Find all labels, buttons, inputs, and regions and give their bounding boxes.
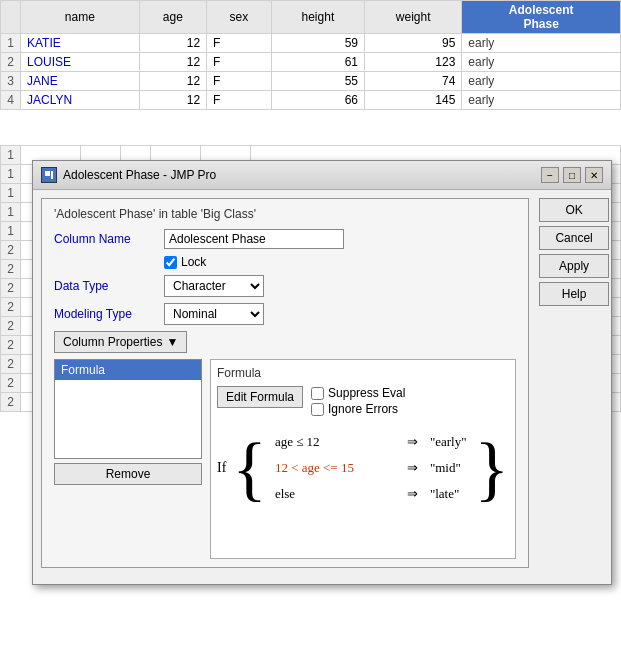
lock-checkbox[interactable] [164, 256, 177, 269]
formula-panel-title: Formula [217, 366, 509, 380]
column-name-label: Column Name [54, 232, 164, 246]
case3-result: "late" [430, 486, 459, 502]
dialog-main: 'Adolescent Phase' in table 'Big Class' … [41, 198, 529, 576]
cell-name[interactable]: KATIE [21, 34, 140, 53]
modeling-type-row: Modeling Type Nominal Ordinal [54, 303, 516, 325]
col-header-rownum [1, 1, 21, 34]
dialog-titlebar-left: Adolescent Phase - JMP Pro [41, 167, 216, 183]
ignore-errors-label: Ignore Errors [328, 402, 398, 416]
formula-panel: Formula Edit Formula Suppress Eval [210, 359, 516, 559]
cell-sex: F [207, 72, 272, 91]
if-label: If [217, 460, 226, 476]
cell-age: 12 [139, 91, 206, 110]
col-header-name[interactable]: name [21, 1, 140, 34]
table-row: 4 JACLYN 12 F 66 145 early [1, 91, 621, 110]
cell-name[interactable]: JANE [21, 72, 140, 91]
cell-sex: F [207, 53, 272, 72]
cancel-button[interactable]: Cancel [539, 226, 609, 250]
column-name-row: Column Name [54, 229, 516, 249]
column-group-box: 'Adolescent Phase' in table 'Big Class' … [41, 198, 529, 568]
cell-weight: 74 [365, 72, 462, 91]
col-header-height[interactable]: height [271, 1, 364, 34]
column-props-label: Column Properties [63, 335, 162, 349]
cell-height: 55 [271, 72, 364, 91]
arrow-icon-2: ⇒ [407, 460, 418, 476]
cell-name[interactable]: LOUISE [21, 53, 140, 72]
titlebar-controls: − □ ✕ [541, 167, 603, 183]
close-button[interactable]: ✕ [585, 167, 603, 183]
col-header-weight[interactable]: weight [365, 1, 462, 34]
help-button[interactable]: Help [539, 282, 609, 306]
apply-button[interactable]: Apply [539, 254, 609, 278]
maximize-button[interactable]: □ [563, 167, 581, 183]
ignore-errors-row: Ignore Errors [311, 402, 405, 416]
case2-result: "mid" [430, 460, 461, 476]
formula-case-1: age ≤ 12 ⇒ "early" [275, 434, 467, 450]
suppress-eval-checkbox[interactable] [311, 387, 324, 400]
cell-phase: early [462, 91, 621, 110]
suppress-eval-label: Suppress Eval [328, 386, 405, 400]
cell-phase: early [462, 72, 621, 91]
cell-age: 12 [139, 53, 206, 72]
table-row: 3 JANE 12 F 55 74 early [1, 72, 621, 91]
dialog-titlebar: Adolescent Phase - JMP Pro − □ ✕ [33, 161, 611, 190]
arrow-icon-3: ⇒ [407, 486, 418, 502]
props-area: Formula Remove Formula Edit Formula [54, 359, 516, 559]
col-header-sex[interactable]: sex [207, 1, 272, 34]
cell-age: 12 [139, 72, 206, 91]
row-num: 2 [1, 53, 21, 72]
formula-cases-block: age ≤ 12 ⇒ "early" 12 < age <= 15 ⇒ "mid… [275, 434, 467, 502]
dialog-title: Adolescent Phase - JMP Pro [63, 168, 216, 182]
cell-phase: early [462, 34, 621, 53]
left-brace-icon: { [232, 436, 267, 501]
dialog-body: 'Adolescent Phase' in table 'Big Class' … [33, 190, 611, 584]
minimize-button[interactable]: − [541, 167, 559, 183]
col-header-age[interactable]: age [139, 1, 206, 34]
ignore-errors-checkbox[interactable] [311, 403, 324, 416]
data-type-select[interactable]: Character Numeric [164, 275, 264, 297]
right-brace-icon: } [475, 436, 510, 501]
column-properties-dialog: Adolescent Phase - JMP Pro − □ ✕ 'Adoles… [32, 160, 612, 585]
formula-list-item[interactable]: Formula [55, 360, 201, 380]
cell-height: 61 [271, 53, 364, 72]
cell-phase: early [462, 53, 621, 72]
row-num: 1 [1, 34, 21, 53]
cell-height: 59 [271, 34, 364, 53]
arrow-icon-1: ⇒ [407, 434, 418, 450]
cell-sex: F [207, 34, 272, 53]
col-header-phase[interactable]: AdolescentPhase [462, 1, 621, 34]
table-row: 2 LOUISE 12 F 61 123 early [1, 53, 621, 72]
cell-name[interactable]: JACLYN [21, 91, 140, 110]
case1-condition: age ≤ 12 [275, 434, 395, 450]
row-num: 4 [1, 91, 21, 110]
edit-formula-button[interactable]: Edit Formula [217, 386, 303, 408]
group-box-title: 'Adolescent Phase' in table 'Big Class' [54, 207, 516, 221]
modeling-type-select[interactable]: Nominal Ordinal [164, 303, 264, 325]
column-name-input[interactable] [164, 229, 344, 249]
lock-row: Lock [164, 255, 516, 269]
props-list-container: Formula Remove [54, 359, 202, 559]
case1-result: "early" [430, 434, 467, 450]
modeling-type-label: Modeling Type [54, 307, 164, 321]
formula-case-2: 12 < age <= 15 ⇒ "mid" [275, 460, 467, 476]
formula-options: Suppress Eval Ignore Errors [311, 386, 405, 416]
case2-condition: 12 < age <= 15 [275, 460, 395, 476]
case3-condition: else [275, 486, 395, 502]
data-type-label: Data Type [54, 279, 164, 293]
column-properties-button[interactable]: Column Properties ▼ [54, 331, 187, 353]
table-row: 1 KATIE 12 F 59 95 early [1, 34, 621, 53]
remove-button[interactable]: Remove [54, 463, 202, 485]
row-num: 3 [1, 72, 21, 91]
formula-case-3: else ⇒ "late" [275, 486, 467, 502]
cell-weight: 123 [365, 53, 462, 72]
dialog-buttons: OK Cancel Apply Help [539, 198, 609, 576]
formula-display: If { age ≤ 12 ⇒ "early" 12 < age <= 15 [217, 430, 509, 506]
cell-age: 12 [139, 34, 206, 53]
svg-rect-2 [51, 171, 53, 179]
dialog-icon [41, 167, 57, 183]
lock-label: Lock [181, 255, 206, 269]
ok-button[interactable]: OK [539, 198, 609, 222]
formula-controls: Edit Formula Suppress Eval Ignore Errors [217, 386, 509, 424]
data-type-row: Data Type Character Numeric [54, 275, 516, 297]
cell-height: 66 [271, 91, 364, 110]
